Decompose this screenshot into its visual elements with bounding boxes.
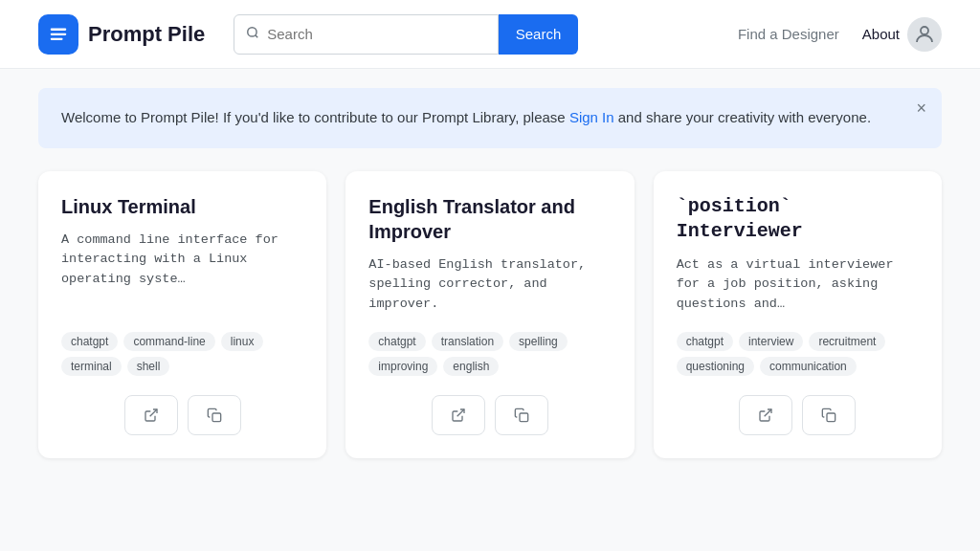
card-title: Linux Terminal xyxy=(61,194,303,219)
header: Prompt Pile Search Find a Designer About xyxy=(0,0,980,69)
tag[interactable]: recruitment xyxy=(809,332,885,351)
card-description: Act as a virtual interviewer for a job p… xyxy=(677,255,919,319)
cards-grid: Linux Terminal A command line interface … xyxy=(38,171,942,458)
avatar xyxy=(907,17,942,52)
card-title: `position` Interviewer xyxy=(677,194,919,244)
svg-line-10 xyxy=(765,409,771,416)
card: `position` Interviewer Act as a virtual … xyxy=(654,171,942,458)
tag[interactable]: linux xyxy=(221,332,264,351)
search-icon xyxy=(246,26,259,42)
svg-rect-9 xyxy=(520,413,528,422)
card-tags: chatgptinterviewrecruitmentquestioningco… xyxy=(677,332,919,376)
card: English Translator and Improver AI-based… xyxy=(345,171,634,458)
svg-point-3 xyxy=(248,28,256,36)
logo-text: Prompt Pile xyxy=(88,22,205,47)
svg-rect-0 xyxy=(51,28,67,30)
card-actions xyxy=(677,395,919,435)
tag[interactable]: questioning xyxy=(677,357,754,376)
card-description: AI-based English translator, spelling co… xyxy=(368,255,611,319)
open-external-button[interactable] xyxy=(432,395,485,435)
main: Welcome to Prompt Pile! If you'd like to… xyxy=(0,69,980,477)
sign-in-link[interactable]: Sign In xyxy=(569,109,614,125)
copy-button[interactable] xyxy=(495,395,548,435)
banner-close-button[interactable]: × xyxy=(916,99,926,117)
card: Linux Terminal A command line interface … xyxy=(38,171,326,458)
banner: Welcome to Prompt Pile! If you'd like to… xyxy=(38,88,942,148)
tag[interactable]: chatgpt xyxy=(677,332,733,351)
tag[interactable]: translation xyxy=(432,332,503,351)
tag[interactable]: communication xyxy=(760,357,857,376)
svg-line-6 xyxy=(149,409,156,416)
open-external-button[interactable] xyxy=(124,395,178,435)
svg-rect-1 xyxy=(51,33,67,34)
card-tags: chatgpttranslationspellingimprovingengli… xyxy=(368,332,611,376)
copy-button[interactable] xyxy=(802,395,856,435)
svg-rect-11 xyxy=(827,413,835,422)
find-designer-link[interactable]: Find a Designer xyxy=(738,26,839,42)
tag[interactable]: terminal xyxy=(61,357,122,376)
tag[interactable]: chatgpt xyxy=(61,332,118,351)
card-description: A command line interface for interacting… xyxy=(61,231,303,319)
search-input-wrapper xyxy=(234,14,498,55)
banner-text-after: and share your creativity with everyone. xyxy=(618,109,871,125)
card-tags: chatgptcommand-linelinuxterminalshell xyxy=(61,332,303,376)
card-actions xyxy=(61,395,303,435)
svg-line-4 xyxy=(256,35,258,38)
tag[interactable]: interview xyxy=(739,332,803,351)
tag[interactable]: improving xyxy=(368,357,437,376)
nav-right: Find a Designer About xyxy=(738,17,942,52)
search-input[interactable] xyxy=(267,26,485,42)
copy-button[interactable] xyxy=(188,395,241,435)
tag[interactable]: shell xyxy=(127,357,170,376)
svg-rect-7 xyxy=(212,413,221,422)
tag[interactable]: command-line xyxy=(123,332,214,351)
about-label: About xyxy=(862,26,900,42)
tag[interactable]: chatgpt xyxy=(368,332,425,351)
about-wrapper[interactable]: About xyxy=(862,17,942,52)
card-title: English Translator and Improver xyxy=(368,194,611,244)
tag[interactable]: spelling xyxy=(509,332,568,351)
logo-icon xyxy=(38,14,78,55)
tag[interactable]: english xyxy=(443,357,499,376)
svg-line-8 xyxy=(457,409,464,416)
svg-rect-2 xyxy=(51,37,63,39)
banner-text-before: Welcome to Prompt Pile! If you'd like to… xyxy=(61,109,566,125)
svg-point-5 xyxy=(921,27,928,34)
card-actions xyxy=(368,395,611,435)
search-button[interactable]: Search xyxy=(499,14,579,55)
open-external-button[interactable] xyxy=(739,395,792,435)
search-form: Search xyxy=(234,14,578,55)
logo[interactable]: Prompt Pile xyxy=(38,14,205,55)
